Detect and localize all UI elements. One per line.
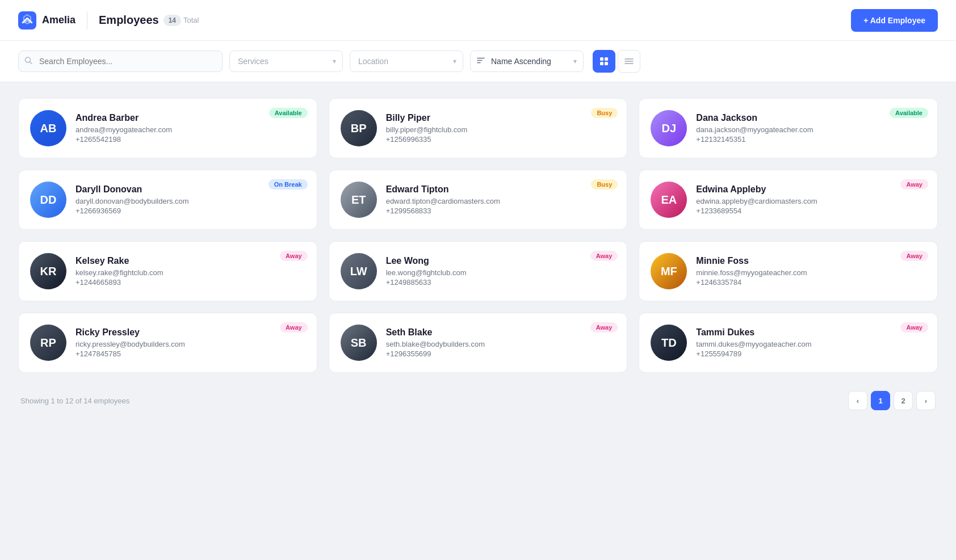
total-label: Total bbox=[183, 16, 199, 24]
employee-email: edwina.appleby@cardiomasters.com bbox=[696, 197, 926, 205]
employee-card[interactable]: On Break DD Daryll Donovan daryll.donova… bbox=[18, 170, 317, 230]
avatar: LW bbox=[341, 253, 377, 289]
services-filter[interactable]: Services bbox=[229, 50, 343, 72]
card-info: Kelsey Rake kelsey.rake@fightclub.com +1… bbox=[76, 256, 305, 287]
employee-name: Edwina Appleby bbox=[696, 184, 926, 195]
card-info: Daryll Donovan daryll.donovan@bodybuilde… bbox=[76, 184, 305, 215]
view-toggle bbox=[593, 50, 640, 73]
avatar: BP bbox=[341, 110, 377, 146]
card-info: Billy Piper billy.piper@fightclub.com +1… bbox=[386, 113, 616, 144]
card-info: Edwina Appleby edwina.appleby@cardiomast… bbox=[696, 184, 926, 215]
employee-card[interactable]: Busy BP Billy Piper billy.piper@fightclu… bbox=[329, 98, 628, 158]
employee-email: kelsey.rake@fightclub.com bbox=[76, 268, 305, 277]
pagination-page-2[interactable]: 2 bbox=[894, 391, 913, 410]
location-filter[interactable]: Location bbox=[350, 50, 463, 72]
employee-name: Edward Tipton bbox=[386, 184, 616, 195]
logo-area: Amelia bbox=[18, 11, 76, 30]
employee-card[interactable]: Away SB Seth Blake seth.blake@bodybuilde… bbox=[329, 313, 628, 373]
employee-email: andrea@myyogateacher.com bbox=[76, 125, 305, 134]
page-title: Employees bbox=[99, 14, 159, 27]
main-content: Available AB Andrea Barber andrea@myyoga… bbox=[0, 82, 956, 426]
avatar: DJ bbox=[651, 110, 687, 146]
sort-icon bbox=[476, 57, 485, 66]
avatar: EA bbox=[651, 182, 687, 218]
svg-rect-7 bbox=[600, 57, 603, 61]
employee-card[interactable]: Away TD Tammi Dukes tammi.dukes@myyogate… bbox=[639, 313, 938, 373]
list-view-button[interactable] bbox=[618, 50, 640, 73]
employee-email: billy.piper@fightclub.com bbox=[386, 125, 616, 134]
grid-view-button[interactable] bbox=[593, 50, 615, 73]
svg-line-3 bbox=[30, 62, 32, 64]
employee-email: tammi.dukes@myyogateacher.com bbox=[696, 340, 926, 348]
employee-card[interactable]: Away RP Ricky Pressley ricky.pressley@bo… bbox=[18, 313, 317, 373]
employee-phone: +1296355699 bbox=[386, 350, 616, 358]
avatar: DD bbox=[30, 182, 66, 218]
location-filter-wrap: Location bbox=[350, 50, 463, 72]
svg-rect-9 bbox=[600, 62, 603, 65]
employee-phone: +1249885633 bbox=[386, 278, 616, 287]
employee-email: daryll.donovan@bodybuilders.com bbox=[76, 197, 305, 205]
status-badge: On Break bbox=[269, 179, 308, 190]
employee-card[interactable]: Busy ET Edward Tipton edward.tipton@card… bbox=[329, 170, 628, 230]
sort-wrap: Name Ascending bbox=[470, 50, 584, 72]
status-badge: Away bbox=[590, 322, 618, 332]
employee-name: Minnie Foss bbox=[696, 256, 926, 266]
card-info: Tammi Dukes tammi.dukes@myyogateacher.co… bbox=[696, 327, 926, 358]
status-badge: Available bbox=[890, 108, 928, 118]
card-info: Andrea Barber andrea@myyogateacher.com +… bbox=[76, 113, 305, 144]
employee-card[interactable]: Available DJ Dana Jackson dana.jackson@m… bbox=[639, 98, 938, 158]
card-info: Lee Wong lee.wong@fightclub.com +1249885… bbox=[386, 256, 616, 287]
employee-card[interactable]: Away KR Kelsey Rake kelsey.rake@fightclu… bbox=[18, 241, 317, 301]
search-input[interactable] bbox=[18, 50, 223, 72]
status-badge: Away bbox=[590, 251, 618, 261]
avatar: ET bbox=[341, 182, 377, 218]
svg-rect-8 bbox=[605, 57, 608, 61]
card-info: Seth Blake seth.blake@bodybuilders.com +… bbox=[386, 327, 616, 358]
status-badge: Busy bbox=[591, 108, 618, 118]
employee-card[interactable]: Away EA Edwina Appleby edwina.appleby@ca… bbox=[639, 170, 938, 230]
employee-name: Seth Blake bbox=[386, 327, 616, 338]
pagination-bar: Showing 1 to 12 of 14 employees ‹12› bbox=[18, 391, 938, 410]
employee-email: dana.jackson@myyogateacher.com bbox=[696, 125, 926, 134]
pagination-prev[interactable]: ‹ bbox=[848, 391, 867, 410]
employee-phone: +1244665893 bbox=[76, 278, 305, 287]
status-badge: Busy bbox=[591, 179, 618, 190]
status-badge: Away bbox=[900, 251, 928, 261]
employee-email: ricky.pressley@bodybuilders.com bbox=[76, 340, 305, 348]
header-divider bbox=[87, 11, 87, 30]
add-employee-button[interactable]: + Add Employee bbox=[851, 9, 938, 32]
search-icon bbox=[24, 57, 32, 66]
employee-phone: +1256996335 bbox=[386, 135, 616, 144]
employee-phone: +1255594789 bbox=[696, 350, 926, 358]
pagination-info: Showing 1 to 12 of 14 employees bbox=[20, 397, 129, 405]
employee-card[interactable]: Away LW Lee Wong lee.wong@fightclub.com … bbox=[329, 241, 628, 301]
employee-name: Tammi Dukes bbox=[696, 327, 926, 338]
pagination-controls: ‹12› bbox=[848, 391, 936, 410]
employee-phone: +1246335784 bbox=[696, 278, 926, 287]
services-filter-wrap: Services bbox=[229, 50, 343, 72]
avatar: SB bbox=[341, 325, 377, 361]
employee-phone: +1266936569 bbox=[76, 207, 305, 215]
employee-name: Lee Wong bbox=[386, 256, 616, 266]
card-info: Dana Jackson dana.jackson@myyogateacher.… bbox=[696, 113, 926, 144]
employee-card[interactable]: Available AB Andrea Barber andrea@myyoga… bbox=[18, 98, 317, 158]
sort-select[interactable]: Name Ascending bbox=[470, 50, 584, 72]
status-badge: Away bbox=[280, 322, 308, 332]
card-info: Ricky Pressley ricky.pressley@bodybuilde… bbox=[76, 327, 305, 358]
search-box bbox=[18, 50, 223, 72]
avatar: MF bbox=[651, 253, 687, 289]
employee-count-badge: 14 bbox=[163, 15, 181, 26]
avatar: AB bbox=[30, 110, 66, 146]
employee-phone: +12132145351 bbox=[696, 135, 926, 144]
status-badge: Away bbox=[900, 322, 928, 332]
svg-rect-10 bbox=[605, 62, 608, 65]
pagination-next[interactable]: › bbox=[916, 391, 936, 410]
employee-email: lee.wong@fightclub.com bbox=[386, 268, 616, 277]
employee-card[interactable]: Away MF Minnie Foss minnie.foss@myyogate… bbox=[639, 241, 938, 301]
avatar: TD bbox=[651, 325, 687, 361]
status-badge: Away bbox=[900, 179, 928, 190]
employee-email: seth.blake@bodybuilders.com bbox=[386, 340, 616, 348]
avatar: KR bbox=[30, 253, 66, 289]
pagination-page-1[interactable]: 1 bbox=[871, 391, 890, 410]
toolbar: Services Location Name Ascending bbox=[0, 41, 956, 82]
